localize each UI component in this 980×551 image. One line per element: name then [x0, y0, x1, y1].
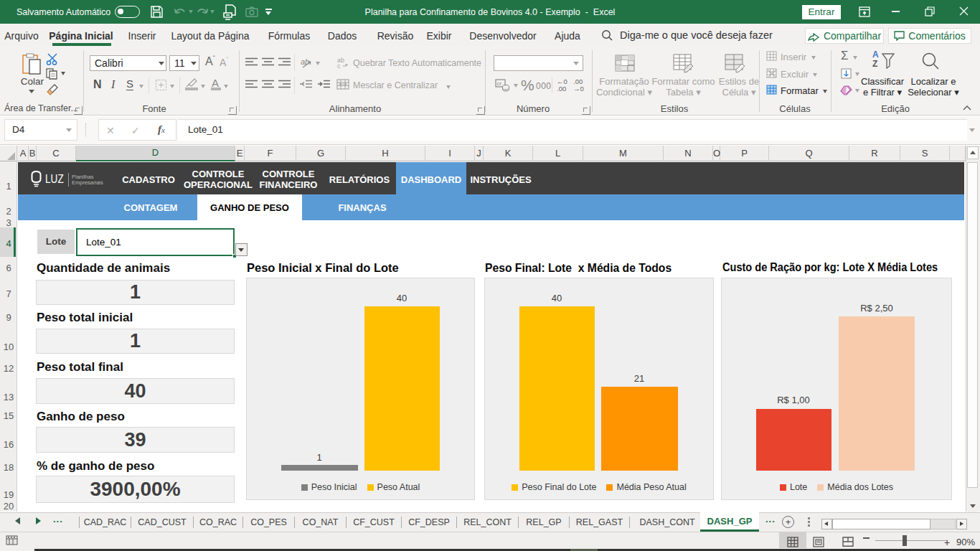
svg-text:c: c	[337, 62, 341, 69]
svg-text:cr: cr	[497, 80, 502, 87]
